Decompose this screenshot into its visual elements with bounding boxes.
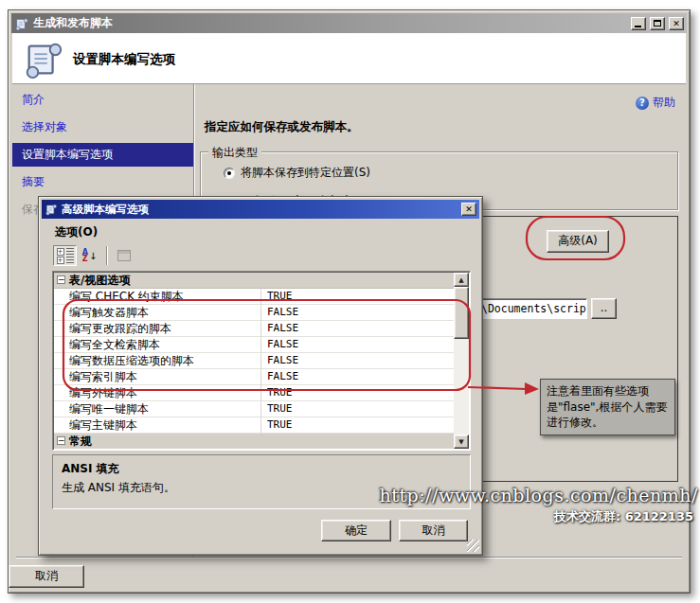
option-value[interactable]: TRUE [260, 401, 454, 417]
output-type-radio[interactable]: 将脚本保存到特定位置(S) [224, 165, 689, 181]
option-label: 编写触发器脚本 [69, 305, 149, 320]
annotation-note-text: 注意着里面有些选项是"flase",根据个人需要进行修改。 [547, 384, 667, 429]
close-icon: ✕ [673, 19, 680, 28]
cancel-button[interactable]: 取消 [399, 520, 468, 541]
option-row[interactable]: − 编写外键脚本 TRUE [54, 385, 454, 401]
option-value[interactable]: FALSE [260, 369, 454, 385]
dialog-title: 高级脚本编写选项 [62, 203, 458, 217]
option-label: 编写数据压缩选项的脚本 [69, 353, 194, 368]
dialog-titlebar[interactable]: 高级脚本编写选项 ✕ [42, 200, 479, 219]
sort-az-icon: AZ ↓ [82, 249, 98, 262]
file-path-value: \Documents\script [481, 302, 587, 315]
option-value[interactable] [260, 434, 454, 449]
option-row[interactable]: − 编写 CHECK 约束脚本 TRUE [54, 289, 454, 305]
options-property-grid: − 表/视图选项 − 编写 CHECK 约束脚本 TRUE − 编写触发器脚本 … [52, 271, 471, 451]
toolbar-separator [106, 246, 108, 265]
option-value[interactable]: FALSE [260, 305, 454, 321]
scrollbar-thumb[interactable] [454, 287, 469, 339]
option-row[interactable]: − 编写唯一键脚本 TRUE [54, 401, 454, 417]
option-row[interactable]: − 编写索引脚本 FALSE [54, 369, 454, 385]
option-row[interactable]: − 常规 [54, 434, 454, 449]
sidebar-step-item[interactable]: 摘要 [12, 170, 193, 194]
option-label: 编写更改跟踪的脚本 [69, 321, 171, 336]
option-row[interactable]: − 编写主键脚本 TRUE [54, 417, 454, 434]
sidebar-step-label: 设置脚本编写选项 [22, 148, 113, 161]
option-label: 编写全文检索脚本 [69, 337, 160, 352]
minimize-icon [635, 26, 641, 27]
grid-rows: − 表/视图选项 − 编写 CHECK 约束脚本 TRUE − 编写触发器脚本 … [54, 273, 454, 449]
divider [16, 557, 682, 559]
option-label: 编写主键脚本 [69, 417, 137, 433]
close-button[interactable]: ✕ [669, 17, 684, 30]
option-description-panel: ANSI 填充 生成 ANSI 填充语句。 [52, 454, 471, 509]
minimize-button[interactable] [631, 17, 646, 30]
collapse-icon[interactable]: − [57, 436, 65, 445]
sidebar-step-label: 简介 [22, 93, 45, 106]
groupbox-label: 输出类型 [208, 145, 261, 161]
options-label: 选项(O) [55, 224, 98, 240]
collapse-icon[interactable]: − [57, 275, 65, 284]
wizard-header: 设置脚本编写选项 [12, 33, 686, 84]
option-row[interactable]: − 编写数据压缩选项的脚本 FALSE [54, 353, 454, 369]
help-label: 帮助 [653, 95, 675, 111]
property-pages-button [112, 245, 135, 266]
scroll-icon [22, 37, 65, 80]
option-label: 编写唯一键脚本 [69, 401, 149, 417]
option-value[interactable]: TRUE [260, 289, 454, 305]
help-link[interactable]: ? 帮助 [636, 95, 675, 111]
description-title: ANSI 填充 [62, 461, 461, 477]
page-title: 设置脚本编写选项 [73, 33, 175, 84]
option-label: 表/视图选项 [69, 273, 130, 288]
maximize-icon [654, 20, 661, 27]
grid-scrollbar[interactable]: ▲ ▼ [454, 273, 469, 449]
option-row[interactable]: − 编写触发器脚本 FALSE [54, 305, 454, 321]
option-value[interactable]: TRUE [260, 417, 454, 434]
alphabetical-sort-button[interactable]: AZ ↓ [78, 245, 101, 266]
radio-icon [224, 168, 235, 179]
option-value[interactable] [260, 273, 454, 289]
advanced-button[interactable]: 高级(A) [547, 230, 609, 253]
option-label: 编写 CHECK 约束脚本 [69, 289, 184, 304]
option-row[interactable]: − 编写全文检索脚本 FALSE [54, 337, 454, 353]
resize-grip[interactable] [467, 540, 479, 552]
option-value[interactable]: FALSE [260, 337, 454, 353]
grid-toolbar: + + AZ ↓ [53, 244, 136, 267]
help-icon: ? [636, 97, 649, 110]
dialog-close-button[interactable]: ✕ [461, 203, 476, 216]
option-label: 常规 [69, 434, 92, 449]
sidebar-step-label: 选择对象 [22, 120, 67, 133]
sidebar-step-item[interactable]: 设置脚本编写选项 [12, 143, 193, 167]
sidebar-step-label: 摘要 [22, 175, 45, 188]
option-row[interactable]: − 表/视图选项 [54, 273, 454, 289]
window-title: 生成和发布脚本 [33, 15, 627, 31]
radio-label: 将脚本保存到特定位置(S) [241, 165, 370, 181]
categorized-icon: + + [57, 247, 74, 265]
main-titlebar[interactable]: 生成和发布脚本 ✕ [11, 13, 687, 33]
wizard-button[interactable]: 取消 [9, 565, 84, 588]
sidebar-step-item[interactable]: 选择对象 [12, 115, 193, 139]
down-arrow-icon: ↓ [89, 251, 97, 261]
advanced-options-dialog: 高级脚本编写选项 ✕ 选项(O) + + AZ ↓ − 表/视 [38, 196, 483, 556]
option-value[interactable]: FALSE [260, 321, 454, 337]
scroll-icon [45, 203, 58, 216]
page-prompt: 指定应如何保存或发布脚本。 [205, 119, 359, 135]
annotation-note: 注意着里面有些选项是"flase",根据个人需要进行修改。 [540, 379, 675, 435]
maximize-button[interactable] [650, 17, 665, 30]
description-text: 生成 ANSI 填充语句。 [62, 480, 461, 496]
sidebar-step-item[interactable]: 简介 [12, 88, 193, 112]
option-label: 编写索引脚本 [69, 369, 137, 384]
scroll-icon [14, 16, 29, 31]
property-pages-icon [117, 250, 131, 261]
scroll-up-button[interactable]: ▲ [454, 273, 469, 287]
option-row[interactable]: − 编写更改跟踪的脚本 FALSE [54, 321, 454, 337]
categorized-view-button[interactable]: + + [53, 245, 77, 266]
option-label: 编写外键脚本 [69, 385, 137, 400]
browse-button[interactable]: .. [591, 298, 617, 319]
option-value[interactable]: FALSE [260, 353, 454, 369]
ok-button[interactable]: 确定 [321, 520, 391, 541]
close-icon: ✕ [465, 204, 473, 214]
option-value[interactable]: TRUE [260, 385, 454, 401]
scroll-down-button[interactable]: ▼ [454, 435, 469, 449]
